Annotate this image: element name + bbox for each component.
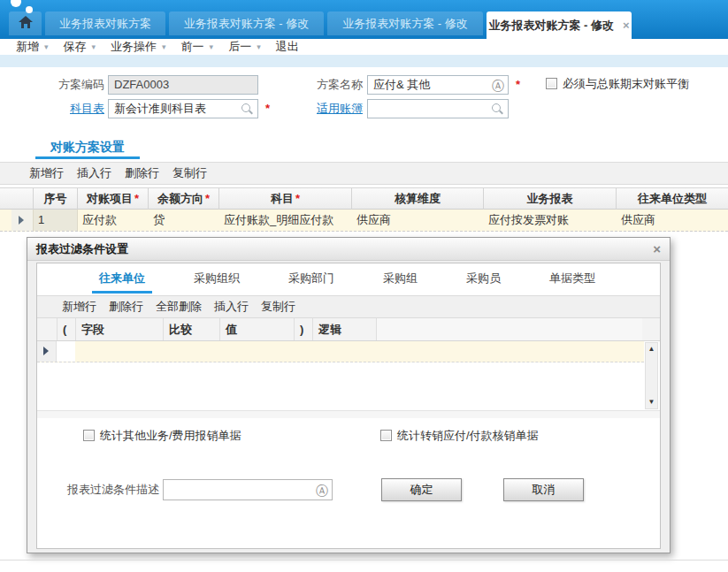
- tab-label: 业务报表对账方案 - 修改: [184, 16, 310, 32]
- search-icon[interactable]: [491, 103, 503, 115]
- cell-unit-type[interactable]: 供应商: [617, 210, 728, 231]
- table-row[interactable]: [37, 341, 644, 362]
- cell-open-paren[interactable]: [57, 341, 75, 362]
- multilingual-icon[interactable]: Ⓐ: [492, 79, 504, 93]
- next-button[interactable]: 后一 ▾: [228, 39, 261, 55]
- column-header-unit-type: 往来单位类型: [617, 188, 728, 210]
- exit-button[interactable]: 退出: [276, 39, 299, 55]
- column-header-value: 值: [220, 318, 295, 340]
- table-row[interactable]: 1 应付款 贷 应付账款_明细应付款 供应商 应付按发票对账 供应商: [0, 210, 728, 232]
- writeoff-checkbox-label: 统计转销应付/付款核销单据: [397, 429, 539, 443]
- plan-name-value: 应付& 其他: [373, 78, 430, 91]
- column-header-seq: 序号: [34, 188, 78, 210]
- insert-row-button[interactable]: 插入行: [214, 299, 249, 315]
- cancel-button[interactable]: 取消: [503, 478, 584, 501]
- dialog-body: 往来单位 采购组织 采购部门 采购组 采购员 单据类型 新增行 删除行 全部删除…: [36, 263, 661, 549]
- tab-report-plan-active[interactable]: 业务报表对账方案 - 修改 ×: [487, 11, 632, 39]
- tab-label: 业务报表对账方案 - 修改: [342, 16, 468, 32]
- cell-report[interactable]: 应付按发票对账: [484, 210, 617, 231]
- row-marker-icon: [43, 347, 49, 355]
- column-header-dimension: 核算维度: [352, 188, 484, 210]
- column-header-filler: [377, 318, 642, 340]
- vertical-scrollbar[interactable]: ▲ ▼: [645, 342, 658, 409]
- plan-name-label: 方案名称: [292, 75, 363, 95]
- previous-button[interactable]: 前一 ▾: [181, 39, 214, 55]
- chevron-down-icon[interactable]: ▾: [44, 42, 49, 51]
- delete-row-button[interactable]: 删除行: [109, 299, 143, 315]
- tab-purchaser[interactable]: 采购员: [466, 271, 501, 288]
- tab-report-plan-3[interactable]: 业务报表对账方案 - 修改: [327, 11, 483, 35]
- tab-counterparty[interactable]: 往来单位: [99, 271, 145, 288]
- filter-settings-dialog: 报表过滤条件设置 × 往来单位 采购组织 采购部门 采购组 采购员 单据类型 新…: [27, 237, 671, 553]
- save-button[interactable]: 保存 ▾: [64, 39, 96, 55]
- balance-check-label: 必须与总账期末对账平衡: [563, 77, 689, 91]
- account-book-field[interactable]: [367, 99, 509, 118]
- row-selector-cell[interactable]: [37, 341, 57, 362]
- tab-home[interactable]: [9, 11, 42, 35]
- tab-strip: 业务报表对账方案 业务报表对账方案 - 修改 业务报表对账方案 - 修改 业务报…: [9, 11, 635, 39]
- tab-doc-type[interactable]: 单据类型: [549, 271, 595, 288]
- writeoff-checkbox[interactable]: [380, 430, 392, 441]
- search-icon[interactable]: [241, 103, 253, 115]
- tab-reconcile-plan-settings[interactable]: 对账方案设置: [35, 140, 140, 156]
- column-header-field: 字段: [76, 318, 164, 340]
- add-row-button[interactable]: 新增行: [62, 299, 96, 315]
- cell-seq[interactable]: 1: [34, 210, 78, 231]
- add-row-button[interactable]: 新增行: [29, 165, 64, 181]
- active-tab-underline: [35, 156, 140, 159]
- delete-all-button[interactable]: 全部删除: [156, 299, 202, 315]
- copy-row-button[interactable]: 复制行: [172, 165, 207, 181]
- copy-row-button[interactable]: 复制行: [261, 299, 295, 315]
- cell-account[interactable]: 应付账款_明细应付款: [219, 210, 352, 231]
- main-toolbar: 新增 ▾ 保存 ▾ 业务操作 ▾ 前一 ▾ 后一 ▾ 退出: [0, 39, 728, 55]
- tab-report-plan-2[interactable]: 业务报表对账方案 - 修改: [169, 11, 324, 35]
- business-actions-button[interactable]: 业务操作 ▾: [111, 39, 166, 55]
- logo-icon: [11, 0, 21, 7]
- filter-description-field[interactable]: Ⓐ: [163, 479, 333, 500]
- scroll-down-icon[interactable]: ▼: [646, 396, 657, 408]
- cell-direction[interactable]: 贷: [149, 210, 219, 231]
- button-label: 后一: [228, 39, 251, 55]
- chevron-down-icon[interactable]: ▾: [92, 42, 96, 51]
- ok-button[interactable]: 确定: [381, 478, 462, 501]
- button-label: 新增: [16, 39, 39, 55]
- tab-purchase-dept[interactable]: 采购部门: [288, 271, 334, 288]
- column-header-selector: [11, 188, 34, 210]
- filter-description-label: 报表过滤条件描述: [55, 479, 159, 500]
- column-header-selector: [38, 318, 57, 340]
- tab-purchase-org[interactable]: 采购组织: [194, 271, 240, 288]
- chevron-down-icon[interactable]: ▾: [257, 42, 261, 51]
- chevron-down-icon[interactable]: ▾: [162, 42, 166, 51]
- required-marker: *: [205, 192, 210, 205]
- multilingual-icon[interactable]: Ⓐ: [316, 484, 328, 498]
- scroll-up-icon[interactable]: ▲: [646, 343, 657, 355]
- tab-purchase-group[interactable]: 采购组: [383, 271, 418, 288]
- horizontal-scrollbar[interactable]: [37, 410, 660, 418]
- column-header-account: 科目*: [219, 188, 352, 210]
- required-marker: *: [265, 102, 270, 115]
- account-table-field[interactable]: 新会计准则科目表: [108, 99, 258, 118]
- row-marker-icon: [19, 216, 24, 225]
- account-book-link[interactable]: 适用账簿: [292, 99, 363, 118]
- insert-row-button[interactable]: 插入行: [77, 165, 111, 181]
- chevron-down-icon[interactable]: ▾: [210, 42, 214, 51]
- tab-report-plan-1[interactable]: 业务报表对账方案: [45, 11, 165, 35]
- plan-name-field[interactable]: 应付& 其他 Ⓐ: [367, 75, 509, 95]
- account-table-link[interactable]: 科目表: [27, 99, 104, 118]
- other-business-checkbox-label: 统计其他业务/费用报销单据: [100, 429, 241, 443]
- cell-item[interactable]: 应付款: [78, 210, 149, 231]
- other-business-checkbox[interactable]: [83, 430, 95, 441]
- delete-row-button[interactable]: 删除行: [125, 165, 159, 181]
- dialog-title: 报表过滤条件设置: [27, 238, 670, 261]
- row-selector-cell[interactable]: [11, 210, 34, 231]
- close-icon[interactable]: ×: [653, 240, 661, 258]
- cell-dimension[interactable]: 供应商: [352, 210, 484, 231]
- balance-check-checkbox[interactable]: [546, 78, 557, 89]
- new-button[interactable]: 新增 ▾: [16, 39, 49, 55]
- button-label: 保存: [64, 39, 87, 55]
- top-bar: 业务报表对账方案 业务报表对账方案 - 修改 业务报表对账方案 - 修改 业务报…: [0, 0, 728, 39]
- column-header-logic: 逻辑: [313, 318, 377, 340]
- tab-close-icon[interactable]: ×: [623, 19, 630, 32]
- home-icon: [19, 16, 33, 31]
- dialog-grid-header: ( 字段 比较 值 ) 逻辑: [37, 318, 660, 341]
